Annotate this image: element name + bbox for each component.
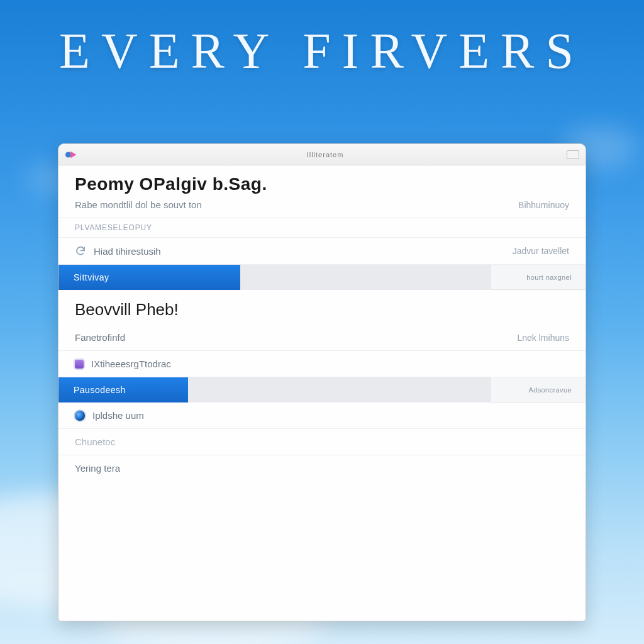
- list-item-label: IXtiheeesrgTtodrac: [91, 358, 171, 369]
- list-item[interactable]: Ipldshe uum: [58, 402, 586, 429]
- progress-bar[interactable]: Pausodeesh: [58, 377, 491, 402]
- list-item-label: Hiad tihirestusih: [94, 246, 161, 257]
- list-item[interactable]: Hiad tihirestusih Jadvur tavellet: [58, 238, 586, 265]
- list-item-label: Ipldshe uum: [92, 410, 144, 421]
- window-titlebar[interactable]: Illiteratem: [58, 144, 586, 165]
- list-item[interactable]: Chunetoc: [58, 429, 586, 455]
- page-subtitle: Rabe mondtlil dol be souvt ton: [75, 199, 202, 210]
- list-item[interactable]: Yering tera: [58, 455, 586, 481]
- progress-bar[interactable]: Sittvivay: [58, 265, 491, 290]
- app-logo-icon: [65, 150, 79, 160]
- list-item-label: Fanetrofinfd: [75, 332, 125, 343]
- list-item-label: Yering tera: [75, 463, 120, 474]
- progress-meta: hourt naxgnel: [491, 274, 586, 281]
- svg-point-0: [65, 152, 71, 157]
- progress-label: Pausodeesh: [74, 377, 126, 402]
- window-control-button[interactable]: [567, 150, 579, 159]
- list-item[interactable]: IXtiheeesrgTtodrac: [58, 351, 586, 377]
- window-title: Illiteratem: [84, 151, 567, 158]
- list-item-label: Chunetoc: [75, 436, 115, 447]
- section-caption-label: Plvameseleopuy: [75, 223, 152, 232]
- refresh-icon: [75, 245, 86, 257]
- app-window: Illiteratem Peomy OPalgiv b.Sag. Rabe mo…: [58, 143, 586, 621]
- progress-label: Sittvivay: [74, 265, 109, 290]
- page-subtitle-meta: Bihhuminuoy: [518, 200, 569, 210]
- radio-icon[interactable]: [75, 411, 85, 421]
- progress-meta: Adsoncravue: [491, 386, 586, 394]
- section-caption: Plvameseleopuy: [58, 218, 586, 238]
- wallpaper-title: EVERY FIRVERS: [0, 23, 644, 80]
- page-heading: Peomy OPalgiv b.Sag.: [75, 174, 569, 194]
- list-item[interactable]: Fanetrofinfd Lnek lmihuns: [58, 325, 586, 351]
- progress-row: Pausodeesh Adsoncravue: [58, 377, 586, 402]
- section-heading: Beovvill Pheb!: [58, 290, 586, 325]
- window-content: Peomy OPalgiv b.Sag. Rabe mondtlil dol b…: [58, 165, 586, 481]
- list-item-meta: Jadvur tavellet: [513, 246, 569, 256]
- list-item-meta: Lnek lmihuns: [518, 333, 570, 343]
- header-block: Peomy OPalgiv b.Sag. Rabe mondtlil dol b…: [58, 165, 586, 218]
- progress-row: Sittvivay hourt naxgnel: [58, 265, 586, 290]
- badge-icon: [75, 360, 84, 369]
